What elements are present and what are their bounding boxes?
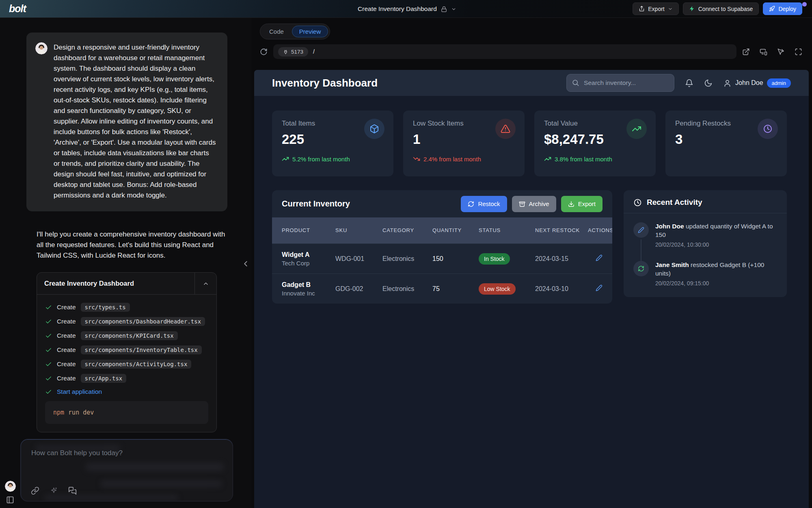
reload-icon[interactable] — [260, 48, 268, 56]
trending-up-icon — [282, 155, 289, 163]
file-chip[interactable]: src/components/KPICard.tsx — [81, 331, 178, 340]
user-name: John Doe — [735, 79, 763, 87]
terminal-command: npmrun dev — [45, 401, 208, 424]
check-icon — [45, 347, 52, 354]
clock-icon — [758, 119, 778, 139]
artifact-card: Create Inventory Dashboard Createsrc/typ… — [37, 272, 217, 432]
activity-actor: John Doe — [655, 223, 684, 230]
inventory-table-card: Current Inventory Restock Archive Export — [272, 190, 612, 304]
responsive-devices-icon[interactable] — [760, 48, 767, 56]
export-button[interactable]: Export — [633, 2, 678, 15]
user-avatar — [35, 42, 48, 54]
kpi-card-total-value: Total Value $8,247.75 3.8% from last mon… — [534, 111, 656, 176]
supabase-bolt-icon — [689, 6, 695, 12]
refresh-icon — [468, 201, 474, 207]
rocket-icon — [769, 6, 775, 12]
product-name: Widget A — [282, 251, 335, 258]
enhance-prompt-sparkles-icon[interactable] — [50, 487, 58, 495]
clock-icon — [633, 198, 642, 207]
fullscreen-icon[interactable] — [795, 48, 802, 56]
trending-down-icon — [413, 155, 420, 163]
start-application-row[interactable]: Start application — [45, 388, 208, 395]
export-csv-button[interactable]: Export — [561, 196, 603, 212]
assistant-intro-text: I'll help you create a comprehensive inv… — [37, 229, 229, 261]
account-avatar[interactable] — [5, 481, 16, 492]
discuss-mode-icon[interactable] — [68, 486, 77, 495]
file-chip[interactable]: src/components/InventoryTable.tsx — [81, 345, 202, 354]
collapse-artifact-button[interactable] — [194, 273, 216, 294]
url-bar[interactable]: 5173 / — [273, 44, 736, 59]
toggle-sidebar-icon[interactable] — [6, 496, 14, 504]
user-menu[interactable]: John Doe admin — [723, 78, 791, 88]
dark-mode-moon-icon[interactable] — [704, 79, 713, 87]
edit-row-button[interactable] — [588, 284, 603, 293]
status-badge: Low Stock — [479, 283, 516, 295]
edit-row-button[interactable] — [588, 254, 603, 263]
table-row: Gadget BInnovate Inc GDG-002 Electronics… — [272, 274, 612, 304]
file-chip[interactable]: src/types.ts — [81, 303, 130, 312]
table-row: Widget ATech Corp WDG-001 Electronics 15… — [272, 243, 612, 274]
open-in-new-window-icon[interactable] — [742, 48, 750, 56]
artifact-action: Createsrc/components/DashboardHeader.tsx — [45, 317, 208, 326]
url-path: / — [313, 48, 315, 55]
check-icon — [45, 332, 52, 339]
tab-code[interactable]: Code — [262, 26, 291, 37]
download-icon — [568, 201, 574, 207]
port-pill[interactable]: 5173 — [278, 47, 308, 56]
archive-icon — [519, 201, 525, 207]
user-message-text: Design a responsive and user-friendly in… — [54, 42, 217, 201]
archive-button[interactable]: Archive — [512, 196, 556, 212]
artifact-action: Createsrc/types.ts — [45, 303, 208, 312]
connect-supabase-button[interactable]: Connect to Supabase — [683, 2, 759, 15]
artifact-action: Createsrc/components/ActivityLog.tsx — [45, 360, 208, 369]
file-chip[interactable]: src/App.tsx — [81, 374, 127, 383]
pencil-icon — [633, 222, 649, 238]
chevron-down-icon — [451, 7, 456, 12]
chevron-up-icon — [203, 280, 209, 287]
activity-timestamp: 20/02/2024, 09:15:00 — [655, 280, 777, 287]
check-icon — [45, 361, 52, 368]
tab-preview[interactable]: Preview — [292, 26, 328, 37]
activity-actor: Jane Smith — [655, 261, 689, 268]
share-icon — [639, 6, 645, 12]
dashboard-header: Inventory Dashboard John Doe admin — [254, 70, 809, 96]
activity-item: John Doe updated quantity of Widget A to… — [633, 222, 777, 261]
supplier-name: Tech Corp — [282, 260, 335, 267]
dashboard-title: Inventory Dashboard — [272, 77, 378, 89]
quantity-value[interactable]: 150 — [432, 255, 479, 263]
search-input[interactable] — [566, 74, 674, 92]
lock-icon — [441, 6, 447, 12]
check-icon — [45, 375, 52, 382]
inventory-search[interactable] — [566, 74, 674, 92]
refresh-icon — [633, 261, 649, 276]
search-icon — [572, 79, 579, 87]
project-title: Create Inventory Dashboard — [358, 5, 437, 13]
collapse-chat-chevron[interactable] — [241, 259, 250, 268]
artifact-action: Createsrc/App.tsx — [45, 374, 208, 383]
table-header-row: Product SKU Category Quantity Status Nex… — [272, 217, 612, 243]
restock-button[interactable]: Restock — [461, 196, 507, 212]
user-icon — [723, 79, 732, 87]
quantity-value[interactable]: 75 — [432, 285, 479, 293]
product-name: Gadget B — [282, 281, 335, 289]
file-chip[interactable]: src/components/ActivityLog.tsx — [81, 360, 192, 369]
file-chip[interactable]: src/components/DashboardHeader.tsx — [81, 317, 205, 326]
attach-link-icon[interactable] — [31, 486, 39, 495]
package-icon — [364, 119, 384, 139]
kpi-card-total-items: Total Items 225 5.2% from last month — [272, 111, 393, 176]
chevron-down-icon — [668, 7, 673, 11]
top-bar: bolt Create Inventory Dashboard Export C… — [0, 0, 812, 18]
notification-dot — [802, 2, 807, 7]
activity-item: Jane Smith restocked Gadget B (+100 unit… — [633, 261, 777, 291]
project-title-menu[interactable]: Create Inventory Dashboard — [358, 0, 456, 18]
inspect-pointer-icon[interactable] — [777, 48, 785, 56]
trending-up-icon — [544, 155, 551, 163]
alert-triangle-icon — [495, 119, 516, 139]
deploy-button[interactable]: Deploy — [763, 2, 802, 15]
notifications-bell-icon[interactable] — [685, 79, 693, 87]
chat-input-box[interactable] — [20, 439, 233, 501]
workbench: Code Preview 5173 / Inventory Dashboard — [252, 18, 812, 508]
supplier-name: Innovate Inc — [282, 290, 335, 297]
user-message: Design a responsive and user-friendly in… — [26, 33, 227, 211]
role-badge: admin — [767, 78, 791, 88]
